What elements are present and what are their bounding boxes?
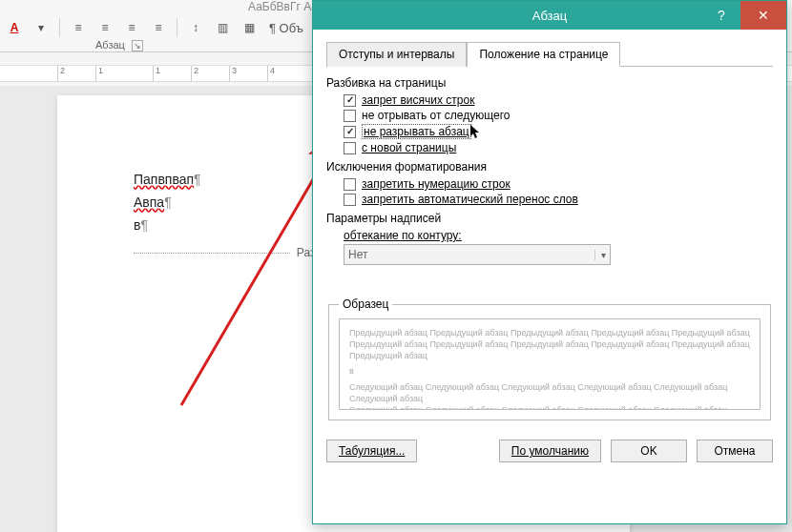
wrap-combo-value: Нет [348, 248, 367, 261]
checkbox-icon[interactable] [344, 110, 356, 122]
wrap-combo[interactable]: Нет ▾ [344, 244, 611, 265]
default-button[interactable]: По умолчанию [499, 440, 601, 462]
checkbox-icon[interactable] [344, 194, 356, 206]
wrap-label: обтекание по контуру: [344, 229, 773, 242]
align-center-icon[interactable]: ≡ [94, 17, 115, 38]
check-page-break-before[interactable]: с новой страницы [344, 141, 773, 154]
chevron-down-icon: ▾ [594, 250, 606, 260]
group-textbox: Параметры надписей [326, 212, 773, 225]
align-left-icon[interactable]: ≡ [68, 17, 89, 38]
font-color-icon[interactable]: A [4, 17, 25, 38]
close-button[interactable]: ✕ [740, 1, 786, 30]
line-spacing-icon[interactable]: ↕ [185, 17, 206, 38]
checkbox-icon[interactable] [344, 126, 356, 138]
dialog-tabs: Отступы и интервалы Положение на страниц… [326, 41, 773, 67]
dialog-button-row: Табуляция... По умолчанию OK Отмена [313, 430, 786, 474]
help-button[interactable]: ? [702, 1, 740, 30]
check-widow-control[interactable]: запрет висячих строк [344, 93, 773, 107]
group-exceptions: Исключения форматирования [326, 160, 773, 174]
dialog-titlebar: Абзац ? ✕ [313, 1, 786, 30]
preview-legend: Образец [339, 297, 392, 311]
ribbon-group-paragraph: Абзац ↘ [95, 39, 143, 51]
checkbox-icon[interactable] [344, 178, 356, 191]
borders-icon[interactable]: ▦ [239, 17, 260, 38]
check-suppress-line-numbers[interactable]: запретить нумерацию строк [344, 177, 773, 191]
align-justify-icon[interactable]: ≡ [148, 17, 169, 38]
group-pagination: Разбивка на страницы [326, 76, 773, 90]
preview-fieldset: Образец Предыдущий абзац Предыдущий абза… [328, 297, 771, 420]
tab-position[interactable]: Положение на странице [467, 42, 620, 67]
align-right-icon[interactable]: ≡ [121, 17, 142, 38]
check-no-hyphenation[interactable]: запретить автоматический перенос слов [344, 193, 773, 206]
checkbox-icon[interactable] [344, 142, 356, 154]
adjacent-group-label: ¶ Объ [269, 21, 303, 35]
shading-icon[interactable]: ▥ [212, 17, 233, 38]
preview-box: Предыдущий абзац Предыдущий абзац Предыд… [339, 318, 761, 410]
paragraph-dialog: Абзац ? ✕ Отступы и интервалы Положение … [312, 0, 787, 524]
ok-button[interactable]: OK [611, 440, 687, 462]
check-keep-with-next[interactable]: не отрывать от следующего [344, 109, 773, 122]
font-color-dropdown-icon[interactable]: ▾ [31, 17, 52, 38]
tabs-button[interactable]: Табуляция... [326, 440, 417, 462]
ribbon-toolbar: A ▾ ≡ ≡ ≡ ≡ ↕ ▥ ▦ [0, 17, 260, 38]
checkbox-icon[interactable] [344, 94, 356, 107]
cancel-button[interactable]: Отмена [697, 440, 773, 462]
tab-indents[interactable]: Отступы и интервалы [326, 42, 467, 67]
check-keep-lines-together[interactable]: не разрывать абзац [344, 124, 773, 139]
dialog-launcher-icon[interactable]: ↘ [132, 40, 143, 51]
cursor-icon [469, 124, 481, 139]
